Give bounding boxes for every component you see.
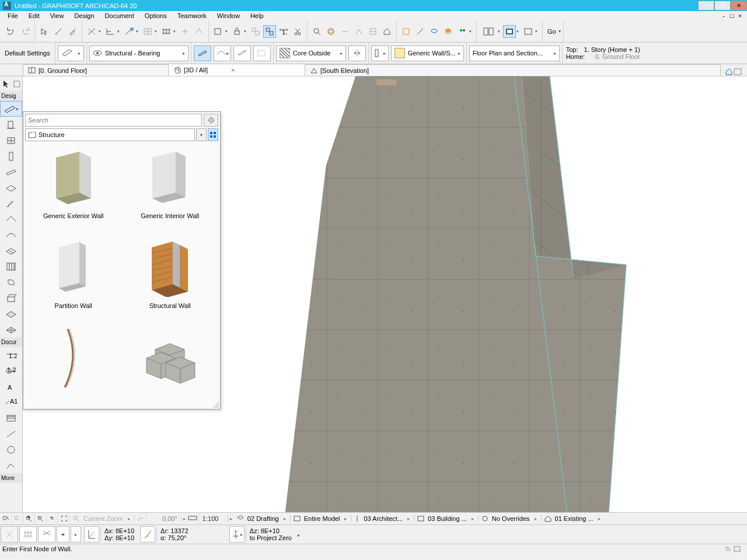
favorites-search-input[interactable] [25, 114, 202, 127]
object-tool[interactable] [0, 290, 22, 306]
geom-straight-button[interactable] [194, 46, 211, 61]
favorite-item[interactable]: Generic Interior Wall [123, 146, 218, 225]
fill-tool[interactable] [0, 410, 22, 426]
menu-document[interactable]: Document [100, 12, 139, 19]
morph-tool[interactable] [0, 274, 22, 290]
favorites-panel[interactable]: Structure ▾ Generic Exterior Wall [23, 111, 221, 410]
close-button[interactable]: ✕ [731, 1, 747, 10]
chevron-down-icon[interactable]: ▾ [516, 29, 521, 34]
core-dropdown[interactable]: Core Outside ▸ [276, 46, 346, 61]
mdi-close-icon[interactable]: × [736, 12, 743, 19]
roof-tool[interactable] [0, 211, 22, 227]
tab-overview-button[interactable] [720, 68, 747, 76]
door-tool[interactable] [0, 117, 22, 132]
wall-tool[interactable]: ▸ [0, 101, 22, 117]
wall-type-dropdown[interactable]: Generic Wall/S... ▸ [391, 46, 464, 61]
chevron-down-icon[interactable]: ▾ [155, 29, 159, 34]
arrow-tool[interactable] [0, 76, 11, 91]
chevron-down-icon[interactable]: ▾ [469, 29, 474, 34]
scale-button[interactable] [187, 513, 199, 524]
structural-dropdown[interactable]: Structural - Bearing ▸ [89, 46, 189, 61]
snap-2[interactable] [19, 526, 37, 542]
favorite-item[interactable]: Partition Wall [26, 236, 121, 315]
align-button[interactable] [179, 25, 191, 38]
floorplan-dropdown[interactable]: Floor Plan and Section... ▸ [469, 46, 560, 61]
chevron-right-icon[interactable]: ▸ [298, 533, 300, 538]
undo-button[interactable] [5, 25, 18, 38]
chevron-right-icon[interactable]: ▸ [228, 516, 234, 522]
autogroup-button[interactable] [263, 25, 276, 38]
favorites-dropdown-button[interactable]: ▾ [196, 128, 207, 141]
geom-poly-button[interactable] [253, 46, 271, 61]
chevron-down-icon[interactable]: ▾ [244, 29, 249, 34]
pen-set-dropdown[interactable]: 03 Architect...▸ [351, 515, 414, 522]
shell-tool[interactable] [0, 227, 22, 243]
team-button[interactable] [456, 25, 469, 38]
go-label[interactable]: Go [545, 28, 558, 35]
zone-tool[interactable] [0, 306, 22, 321]
dim-button[interactable]: 1.2 [277, 25, 290, 38]
marquee-tool[interactable] [11, 76, 22, 91]
menu-options[interactable]: Options [139, 12, 172, 19]
flip-button[interactable] [348, 46, 366, 61]
chevron-down-icon[interactable]: ▾ [225, 29, 230, 34]
snap-4[interactable]: + [57, 526, 69, 542]
chevron-right-icon[interactable]: ▸ [181, 516, 187, 522]
favorites-gridview-button[interactable] [208, 128, 218, 141]
scale-display[interactable]: 1:100 [199, 515, 228, 522]
orientation-button[interactable] [135, 513, 146, 524]
suspend-button[interactable] [249, 25, 262, 38]
guide-button[interactable] [85, 25, 98, 38]
chevron-down-icon[interactable]: ▾ [136, 29, 141, 34]
curtainwall-tool[interactable] [0, 258, 22, 274]
3d-window-button[interactable] [503, 25, 516, 38]
coord-xy-button[interactable] [84, 526, 99, 542]
profile-simple-button[interactable]: ▸ [371, 46, 389, 61]
tab-ground-floor[interactable]: [0. Ground Floor] [23, 64, 169, 76]
coord-polar-button[interactable] [140, 526, 155, 542]
favorite-item[interactable] [26, 326, 121, 398]
gravity-button[interactable] [193, 25, 205, 38]
column-tool[interactable] [0, 148, 22, 164]
snap-perp-button[interactable] [104, 25, 117, 38]
home-button[interactable] [381, 25, 393, 38]
zoom-in-button[interactable]: + [23, 513, 35, 524]
zoom-out-button[interactable]: - [35, 513, 47, 524]
filter-dropdown[interactable]: 01 Existing ...▸ [542, 515, 605, 522]
redo-button[interactable] [19, 25, 32, 38]
favorite-item[interactable]: Structural Wall [123, 236, 218, 315]
measure-button[interactable] [52, 25, 65, 38]
tab-close-icon[interactable]: × [231, 66, 235, 74]
grid-button[interactable] [160, 25, 173, 38]
zoom-extents-button[interactable] [310, 25, 323, 38]
geom-trapezoid-button[interactable] [233, 46, 251, 61]
mdi-restore-icon[interactable]: □ [728, 12, 735, 19]
label-tool[interactable]: A1 [0, 394, 22, 410]
layers-button[interactable] [442, 25, 455, 38]
chevron-down-icon[interactable]: ▾ [558, 29, 561, 34]
favorites-folder-dropdown[interactable]: Structure [25, 128, 195, 141]
pick-button[interactable] [38, 25, 51, 38]
chevron-down-icon[interactable]: ▾ [173, 29, 178, 34]
mesh-tool[interactable] [0, 321, 22, 337]
section-window-button[interactable] [522, 25, 535, 38]
tool-icon-dropdown[interactable]: ▸ [58, 46, 84, 61]
default-settings-button[interactable]: Default Settings [0, 43, 55, 64]
menu-help[interactable]: Help [245, 12, 269, 19]
snap-grid-button[interactable] [141, 25, 154, 38]
line-tool[interactable] [0, 426, 22, 442]
minimize-button[interactable]: — [698, 1, 714, 10]
pan-button[interactable] [338, 25, 351, 38]
skylight-tool[interactable] [0, 243, 22, 258]
eyedrop-button[interactable] [66, 25, 79, 38]
snap-5[interactable]: ▸ [71, 526, 81, 542]
overrides-dropdown[interactable]: No Overrides▸ [479, 515, 542, 522]
menu-window[interactable]: Window [212, 12, 245, 19]
zoom-prev-button[interactable] [0, 513, 12, 524]
chevron-down-icon[interactable]: ▾ [535, 29, 540, 34]
menu-view[interactable]: View [45, 12, 69, 19]
geom-curved-button[interactable]: ▸ [214, 46, 231, 61]
chevron-down-icon[interactable]: ▾ [99, 29, 103, 34]
lock-button[interactable] [231, 25, 243, 38]
tab-3d[interactable]: [3D / All] × [168, 64, 305, 76]
